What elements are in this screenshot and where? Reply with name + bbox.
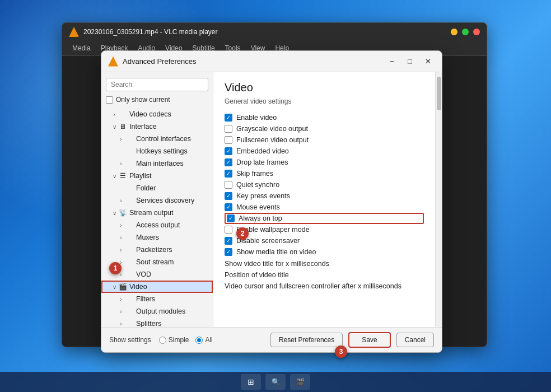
tree-item-folder[interactable]: Folder <box>101 182 213 194</box>
right-content: Video General video settings Enable vide… <box>213 72 435 327</box>
dialog-maximize-btn[interactable]: □ <box>403 54 417 69</box>
tree-icon <box>118 110 127 119</box>
tree-label: Video codecs <box>129 110 171 118</box>
tree-label: Main interfaces <box>136 160 184 167</box>
checkbox-always-on-top[interactable] <box>227 214 235 222</box>
tree-icon <box>125 319 134 327</box>
tree-item-playlist[interactable]: ∨ ☰ Playlist <box>101 170 213 182</box>
checkbox-disable-screensaver[interactable] <box>225 237 232 245</box>
vlc-titlebar: 20230106_0305291.mp4 - VLC media player <box>62 23 487 41</box>
right-scrollbar[interactable] <box>435 72 442 327</box>
checkbox-wallpaper[interactable] <box>225 226 232 234</box>
tree-icon <box>125 258 134 267</box>
tree-item-interface[interactable]: ∨ 🖥 Interface <box>101 120 213 133</box>
tree-arrow: › <box>117 222 125 228</box>
checkbox-show-media-title[interactable] <box>225 248 232 256</box>
menu-media[interactable]: Media <box>68 43 95 53</box>
taskbar-vlc[interactable]: 🎬 <box>290 374 310 390</box>
tree-label: Filters <box>136 295 155 303</box>
vlc-maximize-btn[interactable] <box>462 29 469 35</box>
dialog-body: Only show current › Video codecs ∨ 🖥 Int… <box>101 72 442 327</box>
label-quiet-synchro: Quiet synchro <box>236 181 279 189</box>
pref-always-on-top: Always on top <box>225 213 424 224</box>
tree-item-filters[interactable]: › Filters <box>101 293 213 305</box>
vlc-minimize-btn[interactable] <box>451 29 457 35</box>
pref-drop-late: Drop late frames <box>225 157 424 168</box>
checkbox-grayscale[interactable] <box>225 125 232 133</box>
only-current-row: Only show current <box>101 95 213 107</box>
pref-skip-frames: Skip frames <box>225 168 424 179</box>
radio-circle-simple <box>159 337 166 344</box>
tree-item-video-codecs[interactable]: › Video codecs <box>101 108 213 120</box>
radio-all[interactable]: All <box>195 336 212 344</box>
radio-simple[interactable]: Simple <box>159 336 189 344</box>
static-hide-cursor: Video cursor and fullscreen controller a… <box>225 280 424 291</box>
pref-fullscreen: Fullscreen video output <box>225 134 424 146</box>
radio-label-all: All <box>205 336 212 344</box>
label-skip-frames: Skip frames <box>236 170 273 178</box>
section-subtitle: General video settings <box>225 97 424 105</box>
checkbox-quiet-synchro[interactable] <box>225 181 232 189</box>
tree-item-access-output[interactable]: › Access output <box>101 219 213 231</box>
tree-label: Splitters <box>136 320 161 327</box>
tree-item-control-interfaces[interactable]: › Control interfaces <box>101 133 213 145</box>
dialog-window-controls: − □ ✕ <box>385 54 435 69</box>
label-embedded: Embedded video <box>236 147 289 155</box>
tree-icon <box>125 270 134 279</box>
checkbox-key-press[interactable] <box>225 192 232 200</box>
checkbox-skip-frames[interactable] <box>225 170 232 178</box>
tree-item-packetizers[interactable]: › Packetizers <box>101 244 213 256</box>
tree-arrow: › <box>117 161 125 167</box>
tree-item-muxers[interactable]: › Muxers <box>101 231 213 244</box>
save-button[interactable]: Save <box>348 332 390 348</box>
tree-label: Services discovery <box>136 197 194 204</box>
tree-item-services-discovery[interactable]: › Services discovery <box>101 194 213 207</box>
tree-label: Hotkeys settings <box>136 147 188 155</box>
cancel-button[interactable]: Cancel <box>396 333 434 347</box>
tree-icon <box>125 184 134 193</box>
dialog-close-btn[interactable]: ✕ <box>421 54 435 69</box>
reset-preferences-button[interactable]: Reset Preferences <box>270 333 343 347</box>
radio-label-simple: Simple <box>169 336 189 344</box>
scrollbar-thumb <box>437 77 441 110</box>
stream-icon: 📡 <box>118 208 127 217</box>
playlist-icon: ☰ <box>118 171 127 180</box>
taskbar-search[interactable]: 🔍 <box>265 374 286 390</box>
dialog-bottom-bar: Show settings Simple All Reset Preferenc… <box>101 327 442 352</box>
tree-item-video[interactable]: ∨ 🎬 Video <box>101 281 213 293</box>
only-current-checkbox[interactable] <box>106 96 113 104</box>
vlc-title: 20230106_0305291.mp4 - VLC media player <box>83 28 446 36</box>
tree-label-video: Video <box>129 283 147 291</box>
tree-arrow: ∨ <box>110 210 118 216</box>
tree-item-main-interfaces[interactable]: › Main interfaces <box>101 157 213 170</box>
vlc-cone-icon <box>69 27 79 37</box>
vlc-close-btn[interactable] <box>473 29 480 35</box>
checkbox-drop-late[interactable] <box>225 158 232 166</box>
tree-item-output-modules[interactable]: › Output modules <box>101 305 213 318</box>
badge-number-1: 1 <box>114 264 118 272</box>
tree-arrow: › <box>110 111 118 118</box>
annotation-badge-2: 2 <box>236 227 249 240</box>
checkbox-fullscreen[interactable] <box>225 136 232 144</box>
pref-wallpaper: Enable wallpaper mode <box>225 224 424 235</box>
search-input[interactable] <box>106 78 208 91</box>
tree-item-stream-output[interactable]: ∨ 📡 Stream output <box>101 207 213 219</box>
checkbox-enable-video[interactable] <box>225 114 232 122</box>
tree-label: Access output <box>136 221 180 229</box>
left-panel: Only show current › Video codecs ∨ 🖥 Int… <box>101 72 213 327</box>
tree-arrow: › <box>117 247 125 253</box>
radio-circle-all <box>195 337 203 344</box>
taskbar-item[interactable]: ⊞ <box>241 374 261 390</box>
annotation-badge-1: 1 <box>109 262 122 274</box>
tree-label: Control interfaces <box>136 135 191 143</box>
tree-item-hotkeys[interactable]: Hotkeys settings <box>101 145 213 157</box>
checkbox-embedded[interactable] <box>225 147 232 155</box>
dialog-minimize-btn[interactable]: − <box>385 54 399 69</box>
pref-show-media-title: Show media title on video <box>225 246 424 258</box>
tree-label-interface: Interface <box>129 123 157 130</box>
pref-enable-video: Enable video <box>225 112 424 123</box>
pref-disable-screensaver: Disable screensaver <box>225 235 424 246</box>
tree-item-splitters[interactable]: › Splitters <box>101 318 213 327</box>
taskbar: ⊞ 🔍 🎬 <box>0 372 551 392</box>
checkbox-mouse-events[interactable] <box>225 203 232 211</box>
